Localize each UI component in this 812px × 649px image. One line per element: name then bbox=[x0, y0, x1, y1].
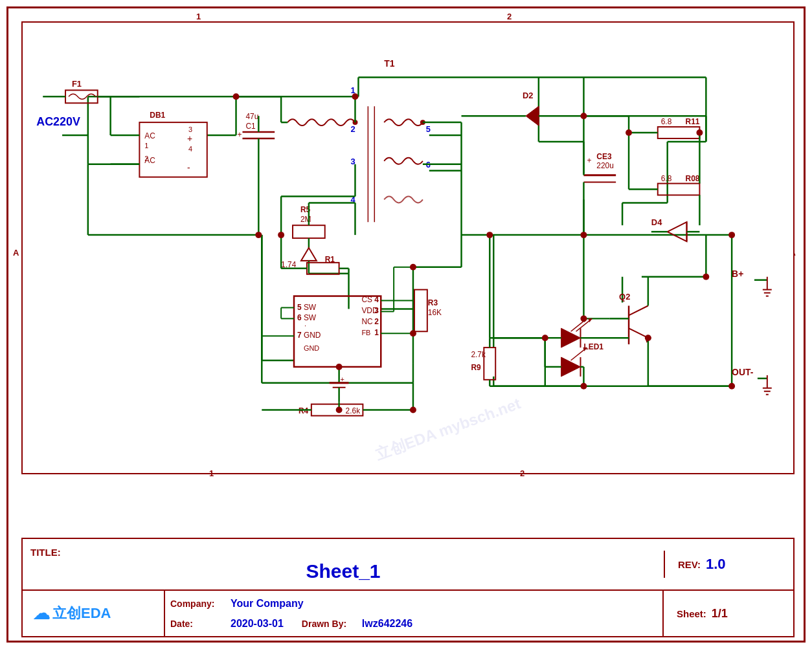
svg-text:4: 4 bbox=[374, 296, 379, 305]
svg-text:6.8: 6.8 bbox=[661, 174, 672, 183]
svg-text:·: · bbox=[304, 322, 306, 329]
svg-text:5: 5 bbox=[297, 303, 302, 312]
svg-text:1: 1 bbox=[374, 328, 379, 337]
svg-text:2.7k: 2.7k bbox=[471, 350, 486, 359]
svg-point-235 bbox=[278, 232, 284, 238]
svg-text:2: 2 bbox=[351, 124, 355, 134]
svg-text:2: 2 bbox=[144, 155, 148, 162]
svg-text:T1: T1 bbox=[384, 58, 394, 69]
svg-text:SW: SW bbox=[304, 313, 317, 322]
svg-text:LED1: LED1 bbox=[583, 342, 603, 351]
bottom-marker-1: 1 bbox=[209, 468, 214, 478]
date-label: Date: bbox=[170, 619, 225, 629]
svg-text:+: + bbox=[587, 156, 591, 165]
sheet-value: 1/1 bbox=[712, 607, 728, 621]
svg-point-240 bbox=[626, 129, 632, 136]
svg-rect-0 bbox=[23, 23, 792, 473]
svg-point-233 bbox=[352, 93, 358, 100]
top-marker-1: 1 bbox=[196, 12, 201, 21]
logo: ☁ 立创EDA bbox=[33, 604, 111, 624]
svg-text:AC220V: AC220V bbox=[36, 115, 80, 128]
svg-text:6: 6 bbox=[297, 313, 302, 322]
svg-point-236 bbox=[580, 113, 587, 119]
svg-point-251 bbox=[410, 407, 416, 413]
svg-text:DB1: DB1 bbox=[150, 111, 165, 120]
svg-point-234 bbox=[255, 232, 262, 238]
title-value: Sheet_1 bbox=[30, 560, 656, 582]
svg-text:2.6k: 2.6k bbox=[346, 406, 361, 415]
svg-point-241 bbox=[580, 315, 587, 322]
schematic-frame: F1 AC220V DB1 AC AC + - 1 2 3 4 47u C1 + bbox=[21, 21, 795, 474]
svg-point-243 bbox=[410, 264, 416, 270]
svg-text:SW: SW bbox=[304, 303, 317, 312]
top-marker-2: 2 bbox=[507, 12, 512, 21]
svg-point-247 bbox=[728, 232, 735, 238]
svg-text:OUT-: OUT- bbox=[732, 367, 754, 377]
svg-point-244 bbox=[410, 330, 416, 336]
svg-text:16K: 16K bbox=[428, 308, 442, 317]
svg-text:AC: AC bbox=[144, 131, 155, 140]
svg-text:F1: F1 bbox=[72, 79, 82, 89]
date-value: 2020-03-01 bbox=[231, 618, 284, 630]
drawn-label: Drawn By: bbox=[302, 619, 357, 629]
svg-text:1: 1 bbox=[144, 142, 148, 149]
svg-text:R08: R08 bbox=[686, 174, 700, 183]
svg-text:R3: R3 bbox=[428, 298, 438, 307]
svg-text:+: + bbox=[341, 375, 344, 383]
svg-point-239 bbox=[703, 274, 709, 280]
svg-text:GND: GND bbox=[304, 344, 319, 352]
svg-text:NC: NC bbox=[361, 317, 373, 326]
svg-text:6.8: 6.8 bbox=[661, 117, 672, 126]
svg-text:47u: 47u bbox=[245, 112, 258, 121]
svg-point-238 bbox=[696, 129, 703, 136]
company-label: Company: bbox=[170, 599, 225, 609]
svg-text:2: 2 bbox=[374, 317, 379, 326]
bottom-marker-2: 2 bbox=[520, 468, 524, 478]
svg-point-248 bbox=[728, 383, 735, 390]
svg-text:220u: 220u bbox=[596, 161, 614, 170]
svg-point-249 bbox=[336, 364, 343, 370]
sheet-label: Sheet: bbox=[677, 608, 706, 619]
logo-icon: ☁ bbox=[33, 604, 50, 624]
svg-text:+: + bbox=[187, 133, 192, 144]
svg-point-252 bbox=[645, 335, 651, 341]
svg-point-237 bbox=[580, 232, 587, 238]
title-label: TITLE: bbox=[30, 547, 656, 558]
svg-point-245 bbox=[486, 232, 493, 238]
title-block: TITLE: Sheet_1 REV: 1.0 ☁ 立创EDA Company:… bbox=[21, 538, 795, 637]
svg-text:CS: CS bbox=[361, 296, 372, 305]
svg-text:GND: GND bbox=[304, 331, 321, 340]
svg-text:-: - bbox=[187, 162, 190, 173]
svg-text:Q2: Q2 bbox=[619, 292, 630, 302]
svg-text:3: 3 bbox=[374, 306, 379, 315]
svg-text:7: 7 bbox=[297, 331, 302, 340]
side-marker-left: A bbox=[13, 248, 19, 258]
svg-point-246 bbox=[580, 383, 587, 390]
rev-label: REV: bbox=[678, 559, 701, 570]
svg-text:FB: FB bbox=[361, 329, 370, 336]
company-value: Your Company bbox=[231, 598, 304, 610]
svg-text:D4: D4 bbox=[651, 217, 662, 227]
svg-text:CE3: CE3 bbox=[596, 152, 612, 161]
svg-text:3: 3 bbox=[188, 126, 192, 133]
svg-text:D2: D2 bbox=[523, 91, 534, 100]
rev-value: 1.0 bbox=[706, 556, 726, 573]
svg-text:5: 5 bbox=[426, 124, 431, 134]
svg-point-242 bbox=[542, 335, 548, 341]
svg-text:B+: B+ bbox=[732, 269, 743, 279]
svg-text:R11: R11 bbox=[686, 117, 700, 126]
svg-text:R9: R9 bbox=[471, 363, 481, 372]
outer-frame: 1 2 A A bbox=[6, 6, 806, 643]
svg-point-250 bbox=[336, 407, 343, 413]
svg-point-232 bbox=[233, 93, 240, 100]
svg-text:C1: C1 bbox=[245, 122, 256, 131]
svg-text:R1: R1 bbox=[325, 255, 335, 264]
schematic-svg: F1 AC220V DB1 AC AC + - 1 2 3 4 47u C1 + bbox=[23, 23, 793, 473]
svg-text:+: + bbox=[238, 130, 242, 139]
drawn-value: lwz642246 bbox=[362, 618, 412, 630]
svg-text:4: 4 bbox=[188, 145, 192, 153]
logo-label: 立创EDA bbox=[52, 604, 111, 623]
